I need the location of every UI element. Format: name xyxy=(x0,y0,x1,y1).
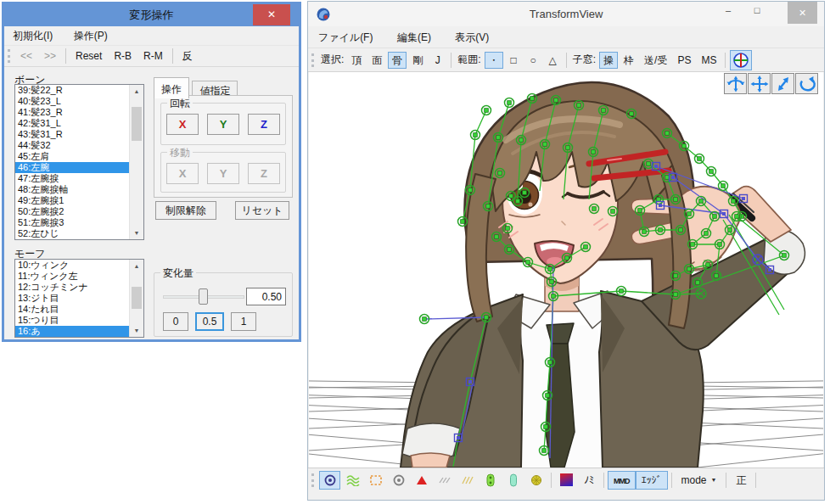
preset-1-button[interactable]: 1 xyxy=(231,312,256,331)
select-rigid-toggle[interactable]: 剛 xyxy=(408,52,427,69)
select-joint-toggle[interactable]: J xyxy=(429,52,446,69)
camera-zoom-button[interactable] xyxy=(771,73,794,94)
show-rigidbody2-toggle[interactable] xyxy=(502,471,524,490)
edge-toggle[interactable]: ｴｯｼﾞ xyxy=(636,471,668,490)
bone-list-item[interactable]: 48:左腕捩軸 xyxy=(15,184,143,195)
morph-list-item[interactable]: 14:たれ目 xyxy=(15,304,143,315)
menu-file[interactable]: ファイル(F) xyxy=(308,26,383,49)
move-y-button[interactable]: Y xyxy=(207,163,239,184)
morph-list-item[interactable]: 13:ジト目 xyxy=(15,293,143,304)
bone-list-item[interactable]: 44:髪32 xyxy=(15,140,143,151)
range-point-toggle[interactable]: ・ xyxy=(485,52,503,69)
scroll-up-icon[interactable]: ▲ xyxy=(130,85,143,98)
nomi-button[interactable]: ﾉﾐ xyxy=(578,471,600,490)
show-green-mask-toggle[interactable] xyxy=(342,471,363,490)
scrollbar-thumb[interactable] xyxy=(132,107,142,141)
rm-button[interactable]: R-M xyxy=(137,48,169,64)
select-face-toggle[interactable]: 面 xyxy=(367,52,386,69)
bone-list-item[interactable]: 39:髪22_R xyxy=(15,85,143,96)
preset-0-button[interactable]: 0 xyxy=(163,312,188,331)
flip-button[interactable]: 反 xyxy=(177,48,199,65)
bone-list-item[interactable]: 52:左ひじ xyxy=(15,228,143,239)
window-titlebar[interactable]: TransformView – □ ✕ xyxy=(308,2,824,26)
menu-edit[interactable]: 編集(E) xyxy=(387,26,441,49)
bone-list-item[interactable]: 50:左腕捩2 xyxy=(15,206,143,217)
morph-list-item-selected[interactable]: 16:あ xyxy=(15,326,143,337)
show-gray-vertex-toggle[interactable] xyxy=(388,471,409,490)
range-rect-toggle[interactable]: □ xyxy=(505,52,523,69)
select-vertex-toggle[interactable]: 頂 xyxy=(347,52,366,69)
camera-pan-button[interactable] xyxy=(748,73,771,94)
menu-operate[interactable]: 操作(P) xyxy=(65,26,116,46)
child-ms-toggle[interactable]: MS xyxy=(697,52,721,69)
bone-list-item[interactable]: 40:髪23_L xyxy=(15,96,143,107)
child-sendreceive-toggle[interactable]: 送/受 xyxy=(640,52,671,69)
child-operate-toggle[interactable]: 操 xyxy=(599,52,618,69)
bone-list-item[interactable]: 49:左腕捩1 xyxy=(15,195,143,206)
bone-list-item[interactable]: 47:左腕捩 xyxy=(15,173,143,184)
prev-button[interactable]: << xyxy=(14,48,38,64)
range-circle-toggle[interactable]: ○ xyxy=(524,52,542,69)
child-frame-toggle[interactable]: 枠 xyxy=(620,52,638,69)
bone-list-item[interactable]: 41:髪23_R xyxy=(15,107,143,118)
morph-list-scrollbar[interactable]: ▲ ▼ xyxy=(129,260,143,337)
child-ps-toggle[interactable]: PS xyxy=(673,52,695,69)
show-gray-wire-toggle[interactable] xyxy=(434,471,455,490)
material-view-button[interactable] xyxy=(556,471,577,490)
toolbar-grip[interactable] xyxy=(311,473,314,487)
bone-list-item[interactable]: 42:髪31_L xyxy=(15,118,143,129)
minimize-button[interactable]: – xyxy=(717,2,739,20)
preset-05-button[interactable]: 0.5 xyxy=(195,312,224,331)
local-axis-toggle[interactable] xyxy=(730,50,752,70)
scroll-up-icon[interactable]: ▲ xyxy=(130,260,143,272)
bone-list-scrollbar[interactable]: ▲ ▼ xyxy=(129,85,143,239)
rotate-z-button[interactable]: Z xyxy=(248,114,280,135)
amount-slider-thumb[interactable] xyxy=(199,288,208,305)
menu-view[interactable]: 表示(V) xyxy=(445,26,499,49)
show-vertex-toggle[interactable] xyxy=(319,471,340,490)
reset-button[interactable]: リセット xyxy=(235,201,289,220)
range-poly-toggle[interactable]: △ xyxy=(544,52,562,69)
morph-list[interactable]: 10:ウィンク 11:ウィンク左 12:コッチミンナ 13:ジト目 14:たれ目… xyxy=(14,259,144,338)
close-button[interactable]: ✕ xyxy=(788,2,817,24)
toolbar-grip[interactable] xyxy=(311,53,314,67)
morph-list-item[interactable]: 11:ウィンク左 xyxy=(15,271,143,282)
tab-operate[interactable]: 操作 xyxy=(154,77,189,98)
bone-list-item-selected[interactable]: 46:左腕 xyxy=(15,162,143,173)
scroll-down-icon[interactable]: ▼ xyxy=(130,324,143,337)
bone-list[interactable]: 39:髪22_R 40:髪23_L 41:髪23_R 42:髪31_L 43:髪… xyxy=(14,84,144,240)
camera-orbit-button[interactable] xyxy=(724,73,747,94)
morph-list-item[interactable]: 12:コッチミンナ xyxy=(15,282,143,293)
front-view-button[interactable]: 正 xyxy=(730,471,752,490)
dialog-titlebar[interactable]: 変形操作 ✕ xyxy=(4,4,299,26)
mmd-mode-toggle[interactable]: MMD xyxy=(608,471,636,490)
limit-release-button[interactable]: 制限解除 xyxy=(155,201,216,220)
show-rigidbody-toggle[interactable] xyxy=(479,471,501,490)
morph-list-item[interactable]: 10:ウィンク xyxy=(15,260,143,271)
show-face-toggle[interactable] xyxy=(411,471,432,490)
move-z-button[interactable]: Z xyxy=(248,163,280,184)
bone-list-item[interactable]: 45:左肩 xyxy=(15,151,143,162)
move-x-button[interactable]: X xyxy=(166,163,199,184)
close-button[interactable]: ✕ xyxy=(253,4,290,25)
rb-button[interactable]: R-B xyxy=(108,48,137,64)
bone-list-item[interactable]: 43:髪31_R xyxy=(15,129,143,140)
viewport-3d[interactable] xyxy=(309,72,823,468)
scrollbar-thumb[interactable] xyxy=(132,287,142,309)
reset-pose-button[interactable]: Reset xyxy=(70,48,108,64)
morph-list-item[interactable]: 15:つり目 xyxy=(15,315,143,326)
select-bone-toggle[interactable]: 骨 xyxy=(388,52,407,69)
show-joint-toggle[interactable] xyxy=(525,471,547,490)
mode-dropdown[interactable]: mode▼ xyxy=(676,471,723,490)
scroll-down-icon[interactable]: ▼ xyxy=(130,227,143,239)
bone-list-item[interactable]: 51:左腕捩3 xyxy=(15,217,143,228)
rotate-x-button[interactable]: X xyxy=(166,114,199,135)
amount-value-input[interactable] xyxy=(246,288,286,305)
maximize-button[interactable]: □ xyxy=(746,2,768,20)
menu-init[interactable]: 初期化(I) xyxy=(4,26,61,46)
rotate-y-button[interactable]: Y xyxy=(207,114,239,135)
toolbar-grip[interactable] xyxy=(8,49,10,63)
next-button[interactable]: >> xyxy=(38,48,62,64)
camera-rotate-button[interactable] xyxy=(795,73,818,94)
show-orange-wire-toggle[interactable] xyxy=(365,471,386,490)
